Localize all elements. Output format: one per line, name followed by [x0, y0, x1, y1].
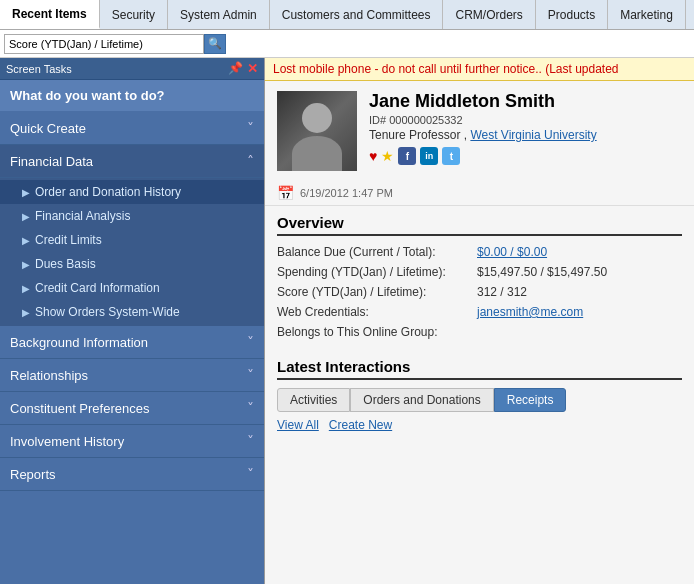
star-icon[interactable]: ★	[381, 148, 394, 164]
submenu-item-label: Credit Limits	[35, 233, 102, 247]
quick-create-label: Quick Create	[10, 121, 86, 136]
overview-title: Overview	[277, 214, 682, 236]
create-new-link[interactable]: Create New	[329, 418, 392, 432]
heart-icon[interactable]: ♥	[369, 148, 377, 164]
profile-info: Jane Middleton Smith ID# 000000025332 Te…	[369, 91, 682, 165]
nav-recent-items[interactable]: Recent Items	[0, 0, 100, 29]
background-info-section[interactable]: Background Information ˅	[0, 326, 264, 359]
profile-name: Jane Middleton Smith	[369, 91, 682, 112]
facebook-icon[interactable]: f	[398, 147, 416, 165]
screen-tasks-icons: 📌 ✕	[228, 61, 258, 76]
screen-tasks-label: Screen Tasks	[6, 63, 72, 75]
right-panel: Lost mobile phone - do not call until fu…	[265, 58, 694, 584]
search-input[interactable]	[4, 34, 204, 54]
linkedin-icon[interactable]: in	[420, 147, 438, 165]
reports-chevron-icon: ˅	[247, 466, 254, 482]
overview-spending-value: $15,497.50 / $15,497.50	[477, 265, 607, 279]
overview-score-value: 312 / 312	[477, 285, 527, 299]
tab-activities[interactable]: Activities	[277, 388, 350, 412]
financial-data-section: Financial Data ˄ ▶ Order and Donation Hi…	[0, 145, 264, 326]
overview-web-value[interactable]: janesmith@me.com	[477, 305, 583, 319]
overview-section: Overview Balance Due (Current / Total): …	[265, 206, 694, 350]
timestamp-row: 📅 6/19/2012 1:47 PM	[265, 181, 694, 206]
involvement-history-label: Involvement History	[10, 434, 124, 449]
overview-row-score: Score (YTD(Jan) / Lifetime): 312 / 312	[277, 282, 682, 302]
profile-id: ID# 000000025332	[369, 114, 682, 126]
quick-create-section[interactable]: Quick Create ˅	[0, 112, 264, 145]
profile-photo	[277, 91, 357, 171]
reports-label: Reports	[10, 467, 56, 482]
submenu-item-label: Show Orders System-Wide	[35, 305, 180, 319]
submenu-arrow-icon: ▶	[22, 259, 30, 270]
profile-title: Tenure Professor , West Virginia Univers…	[369, 128, 682, 142]
interactions-title: Latest Interactions	[277, 358, 682, 380]
overview-row-spending: Spending (YTD(Jan) / Lifetime): $15,497.…	[277, 262, 682, 282]
overview-web-label: Web Credentials:	[277, 305, 477, 319]
submenu-credit-card-info[interactable]: ▶ Credit Card Information	[0, 276, 264, 300]
overview-balance-value[interactable]: $0.00 / $0.00	[477, 245, 547, 259]
submenu-item-label: Order and Donation History	[35, 185, 181, 199]
close-icon[interactable]: ✕	[247, 61, 258, 76]
overview-score-label: Score (YTD(Jan) / Lifetime):	[277, 285, 477, 299]
submenu-dues-basis[interactable]: ▶ Dues Basis	[0, 252, 264, 276]
main-layout: Screen Tasks 📌 ✕ What do you want to do?…	[0, 58, 694, 584]
submenu-item-label: Financial Analysis	[35, 209, 130, 223]
nav-system-admin[interactable]: System Admin	[168, 0, 270, 29]
profile-university-link[interactable]: West Virginia University	[470, 128, 596, 142]
twitter-icon[interactable]: t	[442, 147, 460, 165]
constituent-prefs-label: Constituent Preferences	[10, 401, 149, 416]
submenu-credit-limits[interactable]: ▶ Credit Limits	[0, 228, 264, 252]
nav-security[interactable]: Security	[100, 0, 168, 29]
alert-bar: Lost mobile phone - do not call until fu…	[265, 58, 694, 81]
submenu-arrow-icon: ▶	[22, 211, 30, 222]
relationships-section[interactable]: Relationships ˅	[0, 359, 264, 392]
interactions-tabs: Activities Orders and Donations Receipts	[277, 388, 682, 412]
constituent-prefs-chevron-icon: ˅	[247, 400, 254, 416]
profile-title-text: Tenure Professor ,	[369, 128, 467, 142]
search-button[interactable]: 🔍	[204, 34, 226, 54]
financial-data-submenu: ▶ Order and Donation History ▶ Financial…	[0, 178, 264, 326]
reports-section[interactable]: Reports ˅	[0, 458, 264, 491]
financial-data-label: Financial Data	[10, 154, 93, 169]
overview-row-web: Web Credentials: janesmith@me.com	[277, 302, 682, 322]
financial-data-chevron-icon: ˄	[247, 153, 254, 169]
nav-marketing[interactable]: Marketing	[608, 0, 686, 29]
tab-receipts[interactable]: Receipts	[494, 388, 567, 412]
nav-crm-orders[interactable]: CRM/Orders	[443, 0, 535, 29]
submenu-arrow-icon: ▶	[22, 187, 30, 198]
overview-row-group: Belongs to This Online Group:	[277, 322, 682, 342]
submenu-order-donation-history[interactable]: ▶ Order and Donation History	[0, 180, 264, 204]
left-panel: Screen Tasks 📌 ✕ What do you want to do?…	[0, 58, 265, 584]
interactions-action-links: View All Create New	[277, 418, 682, 432]
financial-data-header[interactable]: Financial Data ˄	[0, 145, 264, 178]
view-all-link[interactable]: View All	[277, 418, 319, 432]
submenu-show-orders[interactable]: ▶ Show Orders System-Wide	[0, 300, 264, 324]
nav-products[interactable]: Products	[536, 0, 608, 29]
tab-orders-donations[interactable]: Orders and Donations	[350, 388, 493, 412]
submenu-item-label: Credit Card Information	[35, 281, 160, 295]
search-bar: 🔍	[0, 30, 694, 58]
interactions-section: Latest Interactions Activities Orders an…	[265, 350, 694, 440]
calendar-icon: 📅	[277, 185, 294, 201]
profile-photo-inner	[277, 91, 357, 171]
relationships-chevron-icon: ˅	[247, 367, 254, 383]
screen-tasks-header: Screen Tasks 📌 ✕	[0, 58, 264, 80]
involvement-history-section[interactable]: Involvement History ˅	[0, 425, 264, 458]
nav-customers[interactable]: Customers and Committees	[270, 0, 444, 29]
background-info-chevron-icon: ˅	[247, 334, 254, 350]
submenu-financial-analysis[interactable]: ▶ Financial Analysis	[0, 204, 264, 228]
profile-section: Jane Middleton Smith ID# 000000025332 Te…	[265, 81, 694, 181]
quick-create-chevron-icon: ˅	[247, 120, 254, 136]
overview-balance-label: Balance Due (Current / Total):	[277, 245, 477, 259]
pin-icon[interactable]: 📌	[228, 61, 243, 76]
overview-row-balance: Balance Due (Current / Total): $0.00 / $…	[277, 242, 682, 262]
involvement-history-chevron-icon: ˅	[247, 433, 254, 449]
background-info-label: Background Information	[10, 335, 148, 350]
submenu-arrow-icon: ▶	[22, 235, 30, 246]
profile-social-icons: ♥ ★ f in t	[369, 147, 682, 165]
what-todo-label: What do you want to do?	[0, 80, 264, 112]
relationships-label: Relationships	[10, 368, 88, 383]
constituent-prefs-section[interactable]: Constituent Preferences ˅	[0, 392, 264, 425]
timestamp-text: 6/19/2012 1:47 PM	[300, 187, 393, 199]
top-navigation: Recent Items Security System Admin Custo…	[0, 0, 694, 30]
